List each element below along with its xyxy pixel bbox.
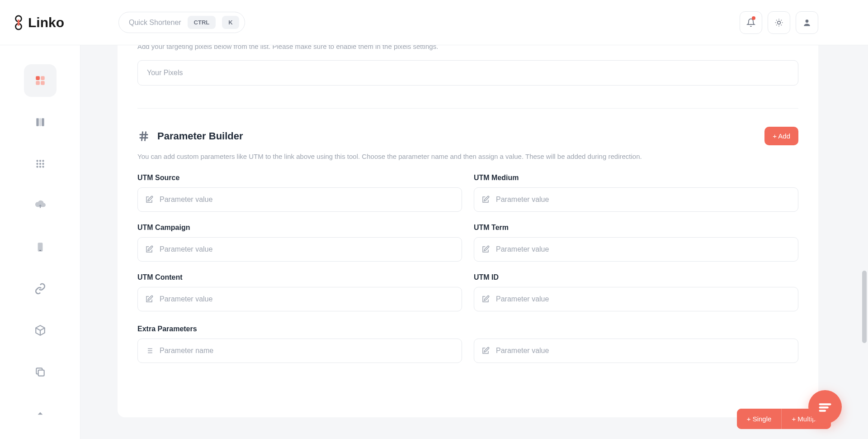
utm-term-input-wrap[interactable]	[474, 237, 798, 262]
parameter-builder-header: Parameter Builder + Add	[137, 127, 798, 145]
svg-rect-7	[36, 81, 40, 85]
sidebar	[0, 45, 80, 439]
utm-source-input-wrap[interactable]	[137, 187, 462, 212]
sidebar-item-dashboard[interactable]	[24, 64, 57, 97]
parameter-builder-title: Parameter Builder	[157, 130, 243, 142]
utm-medium-input[interactable]	[496, 196, 791, 204]
svg-rect-22	[39, 250, 41, 251]
logo-mark-icon	[13, 14, 24, 31]
field-utm-term: UTM Term	[474, 224, 798, 262]
utm-medium-label: UTM Medium	[474, 174, 798, 182]
list-icon	[145, 347, 153, 355]
pixels-select[interactable]: Your Pixels	[137, 60, 798, 86]
quick-shortener-search[interactable]: Quick Shortener CTRL K	[118, 12, 245, 33]
extra-parameters-label: Extra Parameters	[137, 325, 798, 333]
utm-term-input[interactable]	[496, 245, 791, 253]
svg-point-4	[806, 19, 809, 23]
logo[interactable]: Linko	[13, 14, 80, 31]
utm-content-input-wrap[interactable]	[137, 287, 462, 311]
utm-campaign-label: UTM Campaign	[137, 224, 462, 232]
svg-point-18	[36, 166, 38, 167]
utm-campaign-input-wrap[interactable]	[137, 237, 462, 262]
edit-icon	[145, 295, 153, 303]
utm-content-input[interactable]	[160, 295, 454, 303]
utm-field-grid: UTM Source UTM Medium UTM Campaign	[137, 174, 798, 311]
svg-rect-2	[18, 19, 19, 25]
profile-button[interactable]	[796, 11, 818, 34]
svg-rect-5	[36, 76, 40, 80]
copy-icon	[34, 366, 46, 378]
edit-icon	[481, 347, 490, 355]
svg-rect-10	[39, 118, 41, 126]
svg-point-16	[39, 163, 41, 165]
sun-icon	[774, 18, 783, 27]
section-divider	[137, 108, 798, 109]
svg-line-26	[142, 131, 142, 141]
notification-dot-icon	[752, 16, 755, 20]
sidebar-item-columns[interactable]	[24, 106, 57, 138]
sidebar-item-device[interactable]	[24, 231, 57, 263]
utm-id-label: UTM ID	[474, 273, 798, 282]
cloud-upload-icon	[34, 200, 46, 211]
utm-medium-input-wrap[interactable]	[474, 187, 798, 212]
svg-point-3	[778, 21, 781, 24]
create-single-button[interactable]: + Single	[737, 409, 782, 429]
chevron-up-icon	[34, 408, 46, 420]
sidebar-item-copy[interactable]	[24, 356, 57, 388]
edit-icon	[481, 245, 490, 253]
field-utm-campaign: UTM Campaign	[137, 224, 462, 262]
edit-icon	[481, 196, 490, 204]
svg-rect-8	[41, 81, 45, 85]
link-settings-card: Add your targeting pixels below from the…	[118, 45, 818, 417]
edit-icon	[145, 196, 153, 204]
grid-icon	[34, 75, 46, 86]
extra-param-value-wrap[interactable]	[474, 339, 798, 363]
pixels-placeholder: Your Pixels	[147, 69, 183, 76]
svg-rect-9	[36, 118, 38, 126]
add-parameter-button[interactable]: + Add	[764, 127, 798, 145]
utm-term-label: UTM Term	[474, 224, 798, 232]
sidebar-item-apps[interactable]	[24, 148, 57, 180]
utm-campaign-input[interactable]	[160, 245, 454, 253]
parameter-builder-description: You can add custom parameters like UTM t…	[137, 153, 798, 160]
svg-point-13	[39, 160, 41, 162]
utm-source-input[interactable]	[160, 196, 454, 204]
sidebar-item-links[interactable]	[24, 272, 57, 305]
edit-icon	[145, 245, 153, 253]
extra-param-value-field	[474, 339, 798, 363]
sidebar-item-more[interactable]	[24, 397, 57, 430]
extra-param-name-field	[137, 339, 462, 363]
sidebar-item-upload[interactable]	[24, 189, 57, 222]
columns-icon	[34, 116, 46, 128]
field-utm-medium: UTM Medium	[474, 174, 798, 212]
svg-point-20	[42, 166, 44, 167]
menu-lines-icon	[817, 399, 833, 415]
scrollbar-thumb[interactable]	[862, 271, 867, 343]
kbd-k: K	[222, 16, 239, 29]
extra-param-value-input[interactable]	[496, 347, 791, 355]
pixels-description: Add your targeting pixels below from the…	[137, 45, 798, 50]
help-fab[interactable]	[808, 390, 842, 424]
utm-id-input-wrap[interactable]	[474, 287, 798, 311]
svg-point-17	[42, 163, 44, 165]
extra-param-name-input[interactable]	[160, 347, 454, 355]
search-placeholder: Quick Shortener	[129, 19, 181, 27]
utm-source-label: UTM Source	[137, 174, 462, 182]
logo-text: Linko	[28, 15, 64, 30]
svg-point-14	[42, 160, 44, 162]
hash-icon	[137, 130, 150, 143]
field-utm-content: UTM Content	[137, 273, 462, 311]
notifications-button[interactable]	[740, 11, 762, 34]
svg-line-27	[145, 131, 146, 141]
theme-toggle-button[interactable]	[768, 11, 790, 34]
field-utm-source: UTM Source	[137, 174, 462, 212]
svg-rect-11	[42, 118, 44, 126]
svg-point-19	[39, 166, 41, 167]
utm-content-label: UTM Content	[137, 273, 462, 282]
utm-id-input[interactable]	[496, 295, 791, 303]
field-utm-id: UTM ID	[474, 273, 798, 311]
dots-grid-icon	[34, 158, 46, 170]
sidebar-item-box[interactable]	[24, 314, 57, 347]
extra-param-name-wrap[interactable]	[137, 339, 462, 363]
topbar: Linko Quick Shortener CTRL K	[0, 0, 868, 45]
